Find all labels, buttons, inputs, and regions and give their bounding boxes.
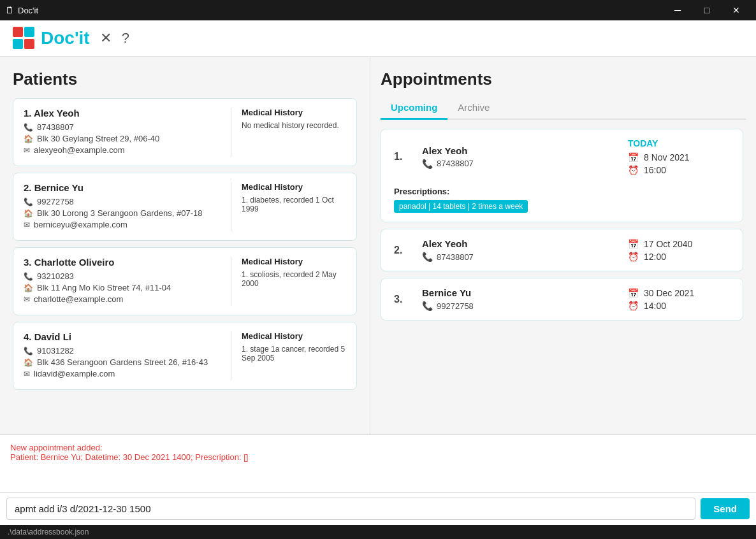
patient-phone: 📞 93210283 xyxy=(24,271,221,281)
close-icon[interactable]: ✕ xyxy=(100,30,112,47)
tab-upcoming[interactable]: Upcoming xyxy=(381,98,447,120)
appointments-panel: Appointments Upcoming Archive 1. Alex Ye… xyxy=(370,57,756,435)
prescriptions-label: Prescriptions: xyxy=(394,187,730,196)
appt-date-row: 📅 30 Dec 2021 xyxy=(628,288,730,298)
patient-phone: 📞 87438807 xyxy=(24,122,221,132)
logo-icon xyxy=(13,27,36,50)
medical-history: Medical History 1. stage 1a cancer, reco… xyxy=(231,331,346,380)
appt-time: 12:00 xyxy=(644,252,666,262)
medical-history: Medical History 1. scoliosis, recorded 2… xyxy=(231,257,346,306)
patient-address: 🏠 Blk 436 Serangoon Gardens Street 26, #… xyxy=(24,357,221,367)
command-input[interactable] xyxy=(6,498,695,520)
log-content: Patient: Bernice Yu; Datetime: 30 Dec 20… xyxy=(10,452,248,462)
phone-icon: 📞 xyxy=(24,347,33,356)
appt-date: 30 Dec 2021 xyxy=(644,288,694,298)
patient-info: 3. Charlotte Oliveiro 📞 93210283 🏠 Blk 1… xyxy=(24,257,231,306)
patient-card[interactable]: 4. David Li 📞 91031282 🏠 Blk 436 Serango… xyxy=(13,322,357,390)
appt-card-main: 3. Bernice Yu 📞 99272758 📅 30 Dec 2021 xyxy=(394,287,730,311)
content-area: Patients 1. Alex Yeoh 📞 87438807 🏠 Blk 3… xyxy=(0,57,756,435)
appt-datetime: TODAY 📅 8 Nov 2021 ⏰ 16:00 xyxy=(628,138,730,175)
medical-history: Medical History No medical history recor… xyxy=(231,108,346,157)
appointments-list: 1. Alex Yeoh 📞 87438807 TODAY 📅 8 Nov 20… xyxy=(381,129,746,424)
appt-datetime: 📅 30 Dec 2021 ⏰ 14:00 xyxy=(628,288,730,311)
patient-phone: 📞 99272758 xyxy=(24,197,221,206)
medical-history-title: Medical History xyxy=(242,331,346,341)
calendar-icon: 📅 xyxy=(628,239,639,249)
log-area: New appointment added: Patient: Bernice … xyxy=(0,435,756,492)
home-icon: 🏠 xyxy=(24,284,33,292)
patient-name: 4. David Li xyxy=(24,331,221,342)
medical-history-text: 1. stage 1a cancer, recorded 5 Sep 2005 xyxy=(242,345,346,363)
logo-sq2 xyxy=(24,27,34,37)
patient-name: 1. Alex Yeoh xyxy=(24,108,221,119)
command-bar: Send xyxy=(0,492,756,525)
app-header: Doc'it ✕ ? xyxy=(0,20,756,57)
patient-address: 🏠 Blk 30 Lorong 3 Serangoon Gardens, #07… xyxy=(24,208,221,218)
appt-date-row: 📅 17 Oct 2040 xyxy=(628,239,730,249)
home-icon: 🏠 xyxy=(24,209,33,218)
patient-card[interactable]: 1. Alex Yeoh 📞 87438807 🏠 Blk 30 Geylang… xyxy=(13,98,357,166)
email-icon: ✉ xyxy=(24,370,30,378)
appt-time-row: ⏰ 14:00 xyxy=(628,301,730,311)
app-logo: Doc'it xyxy=(13,27,90,50)
appt-phone: 📞 87438807 xyxy=(422,252,618,262)
email-icon: ✉ xyxy=(24,146,30,155)
logo-sq1 xyxy=(13,27,23,37)
appt-time-row: ⏰ 12:00 xyxy=(628,252,730,262)
medical-history-text: No medical history recorded. xyxy=(242,121,346,130)
appt-patient-info: Bernice Yu 📞 99272758 xyxy=(422,287,618,311)
appt-patient-name: Alex Yeoh xyxy=(422,238,618,249)
patient-address: 🏠 Blk 30 Geylang Street 29, #06-40 xyxy=(24,134,221,143)
appt-time-row: ⏰ 16:00 xyxy=(628,165,730,175)
appt-patient-name: Alex Yeoh xyxy=(422,145,618,156)
patient-card[interactable]: 3. Charlotte Oliveiro 📞 93210283 🏠 Blk 1… xyxy=(13,247,357,315)
maximize-button[interactable]: □ xyxy=(692,0,722,20)
title-bar: 🗒 Doc'it ─ □ ✕ xyxy=(0,0,756,20)
title-bar-controls: ─ □ ✕ xyxy=(663,0,751,20)
appt-time: 16:00 xyxy=(644,165,666,175)
logo-text: Doc'it xyxy=(41,28,90,48)
minimize-button[interactable]: ─ xyxy=(663,0,692,20)
appt-card-main: 2. Alex Yeoh 📞 87438807 📅 17 Oct 2040 xyxy=(394,238,730,262)
appt-date: 17 Oct 2040 xyxy=(644,239,692,249)
appointments-title: Appointments xyxy=(381,69,746,89)
medical-history-text: 1. scoliosis, recorded 2 May 2000 xyxy=(242,270,346,288)
patient-phone: 📞 91031282 xyxy=(24,346,221,356)
appt-date-row: 📅 8 Nov 2021 xyxy=(628,152,730,162)
appointment-card[interactable]: 3. Bernice Yu 📞 99272758 📅 30 Dec 2021 xyxy=(381,278,743,320)
patient-card[interactable]: 2. Bernice Yu 📞 99272758 🏠 Blk 30 Lorong… xyxy=(13,173,357,241)
help-icon[interactable]: ? xyxy=(122,30,129,47)
file-path: .\data\addressbook.json xyxy=(0,525,756,539)
appt-number: 3. xyxy=(394,294,412,305)
appointment-card[interactable]: 2. Alex Yeoh 📞 87438807 📅 17 Oct 2040 xyxy=(381,229,743,271)
calendar-icon: 📅 xyxy=(628,288,639,298)
appt-phone: 📞 99272758 xyxy=(422,301,618,311)
medical-history-title: Medical History xyxy=(242,108,346,117)
patients-list: 1. Alex Yeoh 📞 87438807 🏠 Blk 30 Geylang… xyxy=(13,98,360,424)
patients-panel: Patients 1. Alex Yeoh 📞 87438807 🏠 Blk 3… xyxy=(0,57,370,435)
phone-icon: 📞 xyxy=(422,252,433,262)
clock-icon: ⏰ xyxy=(628,252,639,262)
patients-title: Patients xyxy=(13,69,360,89)
close-button[interactable]: ✕ xyxy=(722,0,751,20)
patient-address: 🏠 Blk 11 Ang Mo Kio Street 74, #11-04 xyxy=(24,283,221,292)
patient-name: 2. Bernice Yu xyxy=(24,182,221,193)
patient-email: ✉ lidavid@example.com xyxy=(24,369,221,378)
clock-icon: ⏰ xyxy=(628,301,639,311)
appointments-tabs: Upcoming Archive xyxy=(381,98,746,120)
title-bar-left: 🗒 Doc'it xyxy=(5,5,38,15)
send-button[interactable]: Send xyxy=(701,498,750,519)
appt-patient-info: Alex Yeoh 📞 87438807 xyxy=(422,145,618,169)
phone-icon: 📞 xyxy=(24,272,33,281)
app-title-bar-text: Doc'it xyxy=(18,6,38,15)
phone-icon: 📞 xyxy=(24,123,33,132)
home-icon: 🏠 xyxy=(24,134,33,143)
tab-archive[interactable]: Archive xyxy=(447,98,500,119)
log-new-label: New appointment added: xyxy=(10,443,103,452)
patient-email: ✉ berniceyu@example.com xyxy=(24,220,221,229)
appt-patient-info: Alex Yeoh 📞 87438807 xyxy=(422,238,618,262)
appointment-card[interactable]: 1. Alex Yeoh 📞 87438807 TODAY 📅 8 Nov 20… xyxy=(381,129,743,222)
medical-history-title: Medical History xyxy=(242,182,346,192)
patient-info: 4. David Li 📞 91031282 🏠 Blk 436 Serango… xyxy=(24,331,231,380)
email-icon: ✉ xyxy=(24,220,30,229)
